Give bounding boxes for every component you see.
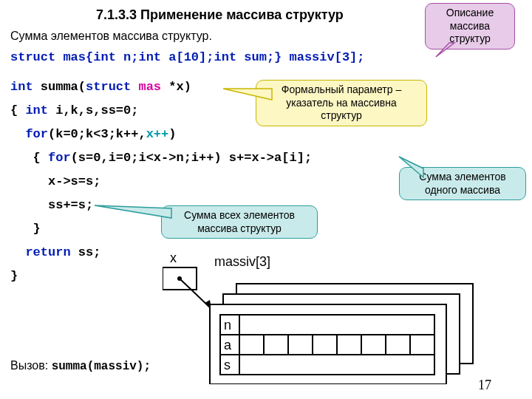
- subtitle: Сумма элементов массива структур.: [10, 30, 212, 43]
- callout-desc: Описаниемассиваструктур: [425, 3, 515, 50]
- code-line-7: return ss;: [10, 245, 100, 259]
- section-title: 7.1.3.3 Применение массива структур: [96, 7, 344, 23]
- code-line-4: x->s=s;: [10, 174, 100, 188]
- code-line-5: ss+=s;: [10, 198, 93, 212]
- diag-s: s: [224, 358, 231, 372]
- code-line-3: { for(s=0,i=0;i<x->n;i++) s+=x->a[i];: [10, 151, 312, 165]
- svg-marker-3: [95, 205, 171, 218]
- diag-n: n: [224, 318, 231, 332]
- callout-one-sum: Сумма элементоводного массива: [399, 167, 526, 200]
- diag-a: a: [224, 338, 232, 352]
- call-code: summa(massiv);: [52, 360, 151, 373]
- diag-x-label: x: [170, 251, 177, 265]
- callout-all-sum: Сумма всех элементовмассива структур: [161, 205, 318, 239]
- pointer-diagram: x massiv[3] n a s: [163, 251, 488, 384]
- code-line-6: }: [10, 222, 41, 236]
- diag-array-label: massiv[3]: [214, 254, 270, 269]
- code-fn-sig: int summa(struct mas *x): [10, 80, 191, 94]
- page-number: 17: [478, 378, 491, 393]
- code-line-1: { int i,k,s,ss=0;: [10, 103, 138, 117]
- call-line: Вызов: summa(massiv);: [10, 359, 151, 373]
- code-line-2: for(k=0;k<3;k++,x++): [10, 127, 176, 141]
- call-prefix: Вызов:: [10, 359, 52, 372]
- code-line-8: }: [10, 269, 18, 283]
- callout-param: Формальный параметр –указатель на массив…: [256, 80, 427, 126]
- code-struct-decl: struct mas{int n;int a[10];int sum;} mas…: [10, 50, 365, 64]
